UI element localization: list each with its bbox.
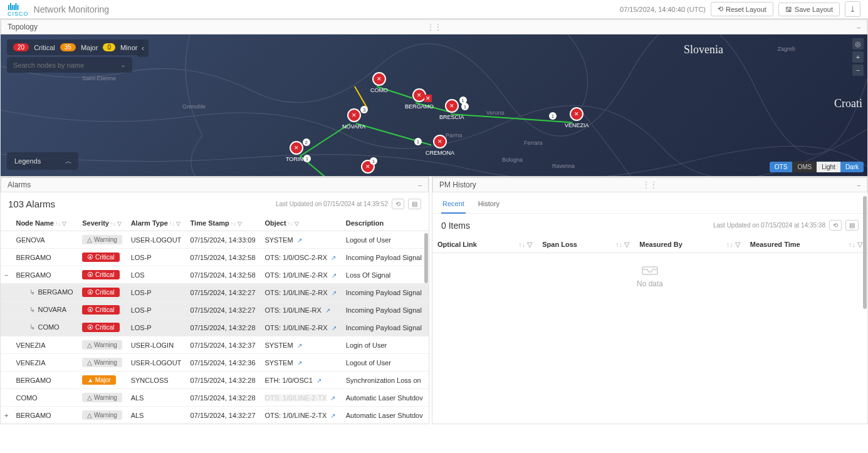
external-link-icon[interactable]: ↗ — [332, 325, 337, 331]
layer-dark[interactable]: Dark — [840, 162, 864, 172]
cell-severity: △ Warning — [78, 354, 127, 372]
col-node-name[interactable]: Node Name↑↓ ▽ — [12, 216, 78, 231]
collapse-icon[interactable]: – — [857, 24, 860, 31]
link-break-icon[interactable]: ✕ — [424, 95, 432, 102]
expand-toggle — [1, 336, 12, 354]
tab-recent[interactable]: Recent — [441, 197, 466, 214]
reset-layout-button[interactable]: ⟲Reset Layout — [711, 2, 773, 16]
map-zoom-in-button[interactable]: + — [852, 51, 864, 63]
major-label: Major — [81, 44, 98, 51]
external-link-icon[interactable]: ↗ — [331, 254, 336, 261]
table-row[interactable]: VENEZIA△ WarningUSER-LOGIN07/15/2024, 14… — [1, 336, 429, 354]
external-link-icon[interactable]: ↗ — [297, 237, 302, 244]
layer-light[interactable]: Light — [817, 162, 840, 172]
topology-node-novara[interactable]: ✕3NOVARA — [342, 108, 365, 130]
layer-ots[interactable]: OTS — [770, 162, 793, 172]
external-link-icon[interactable]: ↗ — [316, 377, 322, 384]
alarms-table-scroll[interactable]: Node Name↑↓ ▽ Severity↑↓ ▽ Alarm Type↑↓ … — [1, 216, 429, 424]
cell-description: Logout of User — [342, 231, 429, 249]
topology-node-como[interactable]: ✕COMO — [370, 72, 388, 93]
col-measured-by[interactable]: Measured By↑↓ ▽ — [634, 237, 745, 253]
collapse-icon[interactable]: – — [418, 182, 422, 189]
table-row[interactable]: VENEZIA△ WarningUSER-LOGOUT07/15/2024, 1… — [1, 354, 429, 372]
expand-toggle — [1, 231, 12, 249]
cell-type: SYNCLOSS — [127, 372, 187, 389]
chevron-down-icon[interactable]: ⌄ — [120, 61, 126, 69]
table-row[interactable]: BERGAMO▲ MajorSYNCLOSS07/15/2024, 14:32:… — [1, 372, 429, 389]
tab-history[interactable]: History — [477, 197, 501, 213]
severity-badge: ⦿ Critical — [82, 305, 119, 315]
expand-toggle[interactable]: + — [1, 407, 12, 424]
layer-oms[interactable]: OMS — [792, 162, 817, 172]
external-link-icon[interactable]: ↗ — [297, 360, 302, 367]
header-right: 07/15/2024, 14:40:40 (UTC) ⟲Reset Layout… — [620, 1, 860, 17]
table-row[interactable]: ↳COMO⦿ CriticalLOS-P07/15/2024, 14:32:28… — [1, 319, 429, 336]
topology-panel-header[interactable]: Topology ⋮⋮ – — [1, 19, 867, 34]
download-button[interactable]: ⤓ — [845, 1, 860, 17]
topology-node-venezia[interactable]: ✕VENEZIA — [565, 107, 589, 128]
cell-time: 07/15/2024, 14:32:27 — [187, 284, 261, 301]
topology-node[interactable]: ✕1 — [361, 160, 375, 174]
drag-handle-icon[interactable]: ⋮⋮ — [427, 23, 442, 31]
cell-object: OTS: 1/0/LINE-2-RX ↗ — [261, 266, 342, 284]
cell-time: 07/15/2024, 14:32:58 — [187, 266, 261, 284]
col-measured-time[interactable]: Measured Time↑↓ ▽ — [745, 237, 867, 253]
node-search-input[interactable] — [13, 61, 115, 69]
legends-toggle[interactable]: Legends ︿ — [7, 152, 78, 170]
col-severity[interactable]: Severity↑↓ ▽ — [78, 216, 127, 231]
scrollbar-thumb[interactable] — [863, 196, 867, 309]
drag-handle-icon[interactable]: ⋮⋮ — [642, 180, 657, 189]
app-title: Network Monitoring — [34, 4, 110, 14]
map-target-button[interactable]: ◎ — [852, 38, 864, 49]
table-row[interactable]: ↳BERGAMO⦿ CriticalLOS-P07/15/2024, 14:32… — [1, 284, 429, 301]
svg-rect-0 — [642, 267, 657, 274]
col-span-loss[interactable]: Span Loss↑↓ ▽ — [537, 237, 634, 253]
topology-node-brescia[interactable]: ✕1BRESCIA — [439, 99, 464, 120]
col-description[interactable]: Description — [342, 216, 429, 231]
cell-severity: △ Warning — [78, 231, 127, 249]
table-row[interactable]: BERGAMO⦿ CriticalLOS-P07/15/2024, 14:32:… — [1, 249, 429, 266]
cell-severity: ▲ Major — [78, 372, 127, 389]
city-label: Verona — [486, 110, 505, 116]
no-data-label: No data — [637, 279, 663, 288]
cell-type: LOS-P — [127, 301, 187, 319]
external-link-icon[interactable]: ↗ — [297, 342, 302, 349]
scrollbar-thumb[interactable] — [424, 233, 428, 283]
table-row[interactable]: ↳NOVARA⦿ CriticalLOS-P07/15/2024, 14:32:… — [1, 301, 429, 319]
pm-panel-header[interactable]: PM History ⋮⋮ – — [432, 177, 867, 192]
table-row[interactable]: −BERGAMO⦿ CriticalLOS07/15/2024, 14:32:5… — [1, 266, 429, 284]
collapse-icon[interactable]: – — [857, 182, 860, 189]
topology-map[interactable]: 20 Critical 35 Major 0 Minor ⌄ ‹ Sloveni… — [1, 34, 867, 176]
col-alarm-type[interactable]: Alarm Type↑↓ ▽ — [127, 216, 187, 231]
col-object[interactable]: Object↑↓ ▽ — [261, 216, 342, 231]
sidebar-collapse-button[interactable]: ‹ — [137, 39, 149, 57]
table-row[interactable]: +BERGAMO△ WarningALS07/15/2024, 14:32:27… — [1, 407, 429, 424]
expand-toggle[interactable]: − — [1, 266, 12, 284]
settings-button[interactable]: ▤ — [408, 199, 421, 209]
alarms-panel-header[interactable]: Alarms – — [1, 177, 429, 192]
cell-node-name: ↳BERGAMO — [12, 284, 78, 301]
external-link-icon[interactable]: ↗ — [332, 289, 337, 296]
table-row[interactable]: GENOVA△ WarningUSER-LOGOUT07/15/2024, 14… — [1, 231, 429, 249]
col-time-stamp[interactable]: Time Stamp↑↓ ▽ — [187, 216, 261, 231]
external-link-icon[interactable]: ↗ — [330, 395, 335, 402]
external-link-icon[interactable]: ↗ — [332, 272, 337, 279]
node-search-box[interactable]: ⌄ — [7, 57, 132, 73]
map-zoom-out-button[interactable]: − — [852, 65, 864, 76]
cell-time: 07/15/2024, 14:32:37 — [187, 336, 261, 354]
cell-time: 07/15/2024, 14:32:28 — [187, 319, 261, 336]
pm-empty-state: No data — [432, 253, 867, 298]
cell-type: LOS — [127, 266, 187, 284]
external-link-icon[interactable]: ↗ — [330, 412, 335, 419]
refresh-button[interactable]: ⟲ — [392, 199, 404, 209]
save-layout-button[interactable]: 🖫Save Layout — [778, 3, 840, 16]
topology-node-cremona[interactable]: ✕CREMONA — [426, 135, 454, 156]
col-optical-link[interactable]: Optical Link↑↓ ▽ — [432, 237, 537, 253]
table-row[interactable]: COMO△ WarningALS07/15/2024, 14:32:28OTS:… — [1, 389, 429, 407]
cell-node-name: GENOVA — [12, 231, 78, 249]
settings-button[interactable]: ▤ — [845, 220, 859, 231]
cell-type: LOS-P — [127, 284, 187, 301]
refresh-button[interactable]: ⟲ — [829, 220, 842, 231]
external-link-icon[interactable]: ↗ — [325, 307, 330, 314]
cell-object: ETH: 1/0/OSC1 ↗ — [261, 372, 342, 389]
